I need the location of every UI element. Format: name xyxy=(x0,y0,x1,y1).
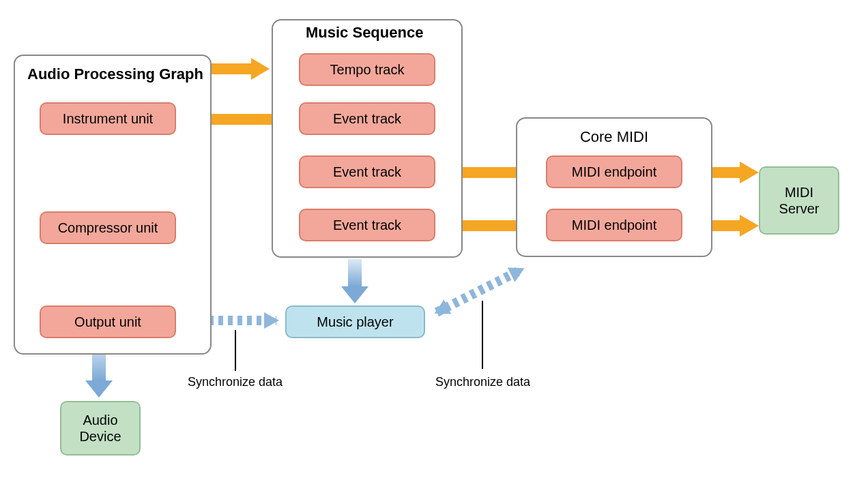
node-midi-endpoint-1: MIDI endpoint xyxy=(546,155,682,188)
svg-rect-4 xyxy=(212,63,251,74)
caption-sync-right: Synchronize data xyxy=(435,375,530,389)
group-title-audio-processing: Audio Processing Graph xyxy=(27,65,203,83)
node-event-track-1: Event track xyxy=(299,102,435,135)
caption-sync-left: Synchronize data xyxy=(188,375,283,389)
diagram-canvas: Audio Processing Graph Instrument unit C… xyxy=(0,0,868,493)
node-audio-device: Audio Device xyxy=(60,401,141,455)
node-midi-server: MIDI Server xyxy=(759,166,839,235)
svg-line-11 xyxy=(437,269,522,312)
sync-line-left xyxy=(235,330,236,371)
node-output-unit: Output unit xyxy=(40,305,176,338)
node-tempo-track: Tempo track xyxy=(299,53,435,86)
sync-line-right xyxy=(482,301,483,369)
node-midi-endpoint-2: MIDI endpoint xyxy=(546,209,682,241)
node-event-track-2: Event track xyxy=(299,155,435,188)
node-compressor-unit: Compressor unit xyxy=(40,211,176,244)
group-title-core-midi: Core MIDI xyxy=(516,128,712,146)
group-title-music-sequence: Music Sequence xyxy=(306,24,423,42)
node-music-player: Music player xyxy=(285,305,425,338)
node-instrument-unit: Instrument unit xyxy=(40,102,176,135)
node-event-track-3: Event track xyxy=(299,209,435,241)
svg-rect-3 xyxy=(348,259,362,286)
